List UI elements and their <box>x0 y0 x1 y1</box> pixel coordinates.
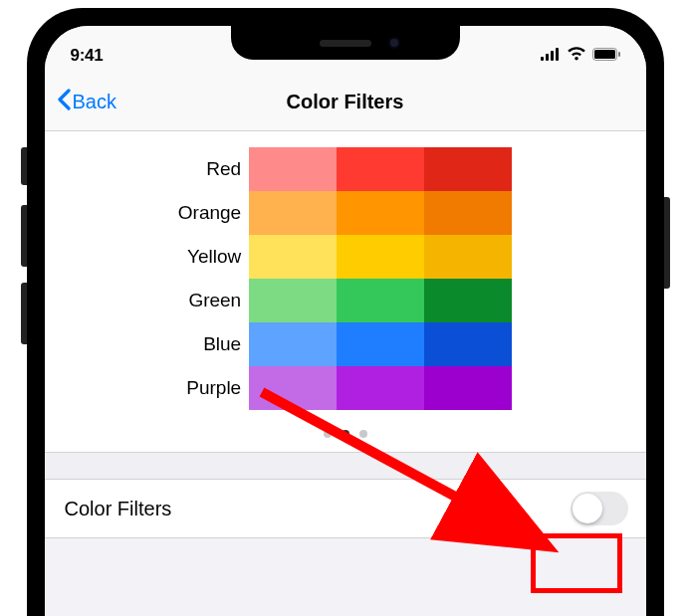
color-filters-label: Color Filters <box>65 498 172 520</box>
phone-hardware-buttons-left <box>21 147 27 360</box>
svg-rect-2 <box>551 51 554 61</box>
color-row-label: Green <box>178 279 241 322</box>
nav-bar: Back Color Filters <box>45 74 646 131</box>
color-filters-row: Color Filters <box>45 480 646 538</box>
color-grid <box>249 147 512 410</box>
svg-rect-3 <box>556 48 559 61</box>
svg-rect-6 <box>618 52 620 57</box>
back-label: Back <box>73 91 116 113</box>
svg-rect-1 <box>546 54 549 61</box>
color-swatch <box>337 235 424 279</box>
cellular-icon <box>541 47 561 65</box>
color-swatch <box>337 279 424 322</box>
color-swatch <box>424 366 512 410</box>
battery-icon <box>592 47 620 65</box>
color-row-label: Orange <box>178 191 241 235</box>
svg-rect-0 <box>541 57 544 61</box>
page-dot[interactable] <box>324 430 332 438</box>
color-filters-toggle[interactable] <box>571 492 628 525</box>
color-swatch <box>424 147 512 191</box>
color-swatch <box>249 191 337 235</box>
wifi-icon <box>567 47 586 65</box>
chevron-left-icon <box>57 89 71 115</box>
color-row-label: Yellow <box>178 235 241 279</box>
color-preview-section: RedOrangeYellowGreenBluePurple <box>45 131 646 452</box>
svg-rect-5 <box>594 50 615 59</box>
color-swatch <box>249 366 337 410</box>
color-swatch <box>424 322 512 366</box>
phone-hardware-buttons-right <box>664 197 670 308</box>
color-row-label: Purple <box>178 366 241 410</box>
page-title: Color Filters <box>287 91 404 113</box>
color-swatch <box>337 366 424 410</box>
color-swatch <box>337 147 424 191</box>
phone-frame: 9:41 Back Color Filters <box>27 8 664 616</box>
page-indicator[interactable] <box>45 418 646 452</box>
color-swatch <box>337 191 424 235</box>
color-row-label: Red <box>178 147 241 191</box>
page-dot[interactable] <box>359 430 367 438</box>
section-separator <box>45 452 646 480</box>
color-row-label: Blue <box>178 322 241 366</box>
color-swatch <box>249 279 337 322</box>
color-swatch <box>424 191 512 235</box>
color-swatch <box>249 235 337 279</box>
color-swatch <box>424 279 512 322</box>
color-swatch <box>424 235 512 279</box>
back-button[interactable]: Back <box>57 89 116 115</box>
toggle-knob <box>573 494 602 523</box>
page-dot[interactable] <box>342 430 349 438</box>
annotation-highlight-box <box>531 533 622 593</box>
status-time: 9:41 <box>71 46 104 66</box>
color-swatch <box>337 322 424 366</box>
notch <box>231 26 460 60</box>
color-swatch <box>249 147 337 191</box>
color-swatch <box>249 322 337 366</box>
screen: 9:41 Back Color Filters <box>45 26 646 616</box>
